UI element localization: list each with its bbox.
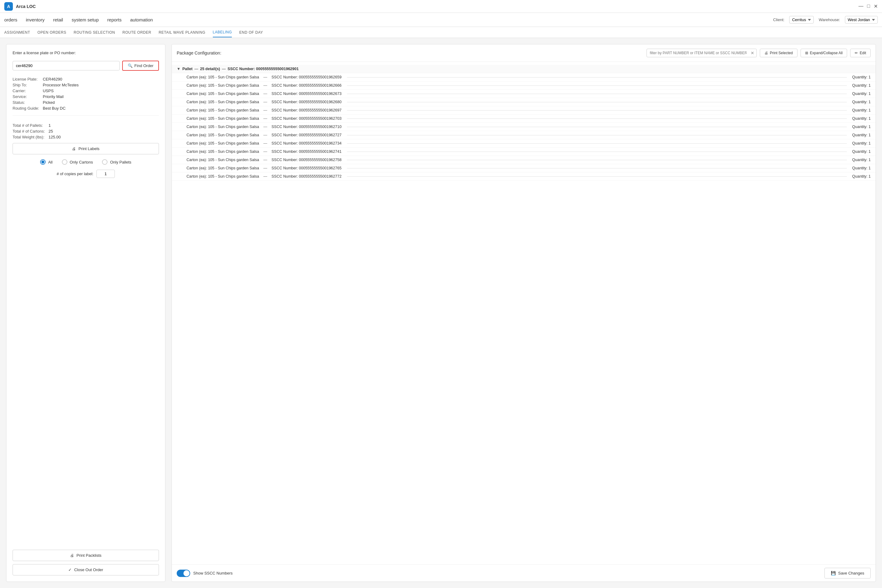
save-icon: 💾 bbox=[831, 571, 836, 576]
carton-row: Carton (ea): 105 - Sun Chips garden Sals… bbox=[172, 98, 876, 106]
carton-sscc-dash: — bbox=[263, 133, 267, 137]
nav-item-retail[interactable]: retail bbox=[53, 14, 63, 26]
radio-only-cartons[interactable]: Only Cartons bbox=[62, 159, 93, 165]
routing-guide-label: Routing Guide: bbox=[12, 106, 39, 111]
carton-desc: Carton (ea): 105 - Sun Chips garden Sals… bbox=[186, 83, 259, 88]
status-value: Picked bbox=[43, 100, 159, 105]
carton-sscc-dash: — bbox=[263, 75, 267, 80]
routing-guide-value: Best Buy DC bbox=[43, 106, 159, 111]
carton-qty: Quantity: 1 bbox=[852, 150, 871, 154]
carton-row: Carton (ea): 105 - Sun Chips garden Sals… bbox=[172, 172, 876, 181]
nav-item-automation[interactable]: automation bbox=[130, 14, 153, 26]
save-changes-button[interactable]: 💾 Save Changes bbox=[824, 568, 871, 579]
show-sscc-label: Show SSCC Numbers bbox=[193, 571, 233, 576]
radio-only-cartons-circle bbox=[62, 159, 68, 165]
collapse-icon[interactable]: ▼ bbox=[177, 67, 180, 71]
radio-only-pallets[interactable]: Only Pallets bbox=[102, 159, 131, 165]
carton-row: Carton (ea): 105 - Sun Chips garden Sals… bbox=[172, 114, 876, 123]
find-order-button[interactable]: 🔍 Find Order bbox=[122, 61, 159, 71]
expand-icon: ⊞ bbox=[805, 51, 808, 55]
carton-dash-line bbox=[347, 77, 846, 78]
nav-item-reports[interactable]: reports bbox=[107, 14, 122, 26]
pallet-sscc: SSCC Number: 00055555555001962901 bbox=[228, 67, 298, 71]
carton-row-content: Carton (ea): 105 - Sun Chips garden Sals… bbox=[177, 92, 871, 96]
copies-input[interactable] bbox=[96, 170, 115, 178]
subnav-retail-wave-planning[interactable]: RETAIL WAVE PLANNING bbox=[159, 28, 206, 37]
print-selected-button[interactable]: 🖨 Print Selected bbox=[760, 49, 798, 57]
license-plate-input[interactable] bbox=[12, 61, 120, 70]
carton-dash-line bbox=[347, 135, 846, 135]
carton-sscc-dash: — bbox=[263, 174, 267, 178]
total-pallets-label: Total # of Pallets: bbox=[12, 123, 45, 128]
edit-button[interactable]: ✏ Edit bbox=[850, 49, 871, 57]
carton-qty: Quantity: 1 bbox=[852, 108, 871, 112]
carton-row-content: Carton (ea): 105 - Sun Chips garden Sals… bbox=[177, 124, 871, 129]
minimize-icon[interactable]: — bbox=[858, 3, 863, 9]
subnav-assignment[interactable]: ASSIGNMENT bbox=[4, 28, 30, 37]
subnav-routing-selection[interactable]: ROUTING SELECTION bbox=[74, 28, 115, 37]
close-icon[interactable]: ✕ bbox=[874, 3, 878, 9]
filter-input-wrap: ✕ bbox=[646, 49, 757, 57]
order-info: License Plate: CER46290 Ship To: Process… bbox=[12, 77, 159, 111]
carton-desc: Carton (ea): 105 - Sun Chips garden Sals… bbox=[186, 92, 259, 96]
total-weight-value: 125.00 bbox=[49, 135, 159, 140]
carton-qty: Quantity: 1 bbox=[852, 92, 871, 96]
show-sscc-toggle[interactable] bbox=[177, 570, 190, 577]
carton-sscc: SSCC Number: 00055555555001962734 bbox=[272, 141, 342, 146]
carton-rows: Carton (ea): 105 - Sun Chips garden Sals… bbox=[172, 73, 876, 181]
warehouse-select[interactable]: West Jordan bbox=[845, 16, 878, 24]
package-config-header: Package Configuration: ✕ 🖨 Print Selecte… bbox=[172, 44, 876, 62]
subnav-end-of-day[interactable]: END OF DAY bbox=[239, 28, 263, 37]
app-icon: A bbox=[4, 2, 13, 11]
pallet-label: Pallet bbox=[182, 67, 192, 71]
copies-row: # of copies per label: bbox=[12, 170, 159, 178]
carton-qty: Quantity: 1 bbox=[852, 75, 871, 80]
total-cartons-value: 25 bbox=[49, 129, 159, 134]
service-label: Service: bbox=[12, 94, 39, 99]
carton-desc: Carton (ea): 105 - Sun Chips garden Sals… bbox=[186, 100, 259, 104]
carton-row-content: Carton (ea): 105 - Sun Chips garden Sals… bbox=[177, 133, 871, 137]
carton-qty: Quantity: 1 bbox=[852, 100, 871, 104]
subnav-labeling[interactable]: LABELING bbox=[213, 28, 232, 38]
carton-desc: Carton (ea): 105 - Sun Chips garden Sals… bbox=[186, 108, 259, 112]
print-packlists-button[interactable]: 🖨 Print Packlists bbox=[12, 550, 159, 561]
carton-desc: Carton (ea): 105 - Sun Chips garden Sals… bbox=[186, 158, 259, 162]
toggle-knob bbox=[183, 570, 190, 576]
client-select[interactable]: Cerritus bbox=[789, 16, 814, 24]
radio-all-circle bbox=[40, 159, 46, 165]
carton-dash-line bbox=[347, 86, 846, 86]
nav-item-system-setup[interactable]: system setup bbox=[72, 14, 99, 26]
subnav-open-orders[interactable]: OPEN ORDERS bbox=[38, 28, 66, 37]
carton-row: Carton (ea): 105 - Sun Chips garden Sals… bbox=[172, 81, 876, 90]
carton-dash-line bbox=[347, 168, 846, 168]
close-out-order-button[interactable]: ✓ Close Out Order bbox=[12, 564, 159, 576]
printer-packlists-icon: 🖨 bbox=[70, 553, 74, 558]
left-panel: Enter a license plate or PO number: 🔍 Fi… bbox=[6, 44, 165, 582]
nav-item-inventory[interactable]: inventory bbox=[26, 14, 45, 26]
carton-sscc: SSCC Number: 00055555555001962666 bbox=[272, 83, 342, 88]
carton-qty: Quantity: 1 bbox=[852, 124, 871, 129]
subnav-route-order[interactable]: ROUTE ORDER bbox=[123, 28, 151, 37]
radio-only-pallets-circle bbox=[102, 159, 108, 165]
carton-row: Carton (ea): 105 - Sun Chips garden Sals… bbox=[172, 106, 876, 114]
carton-row: Carton (ea): 105 - Sun Chips garden Sals… bbox=[172, 73, 876, 81]
carton-row: Carton (ea): 105 - Sun Chips garden Sals… bbox=[172, 140, 876, 148]
carton-qty: Quantity: 1 bbox=[852, 133, 871, 137]
filter-input[interactable] bbox=[646, 49, 757, 57]
nav-item-orders[interactable]: orders bbox=[4, 14, 18, 26]
total-cartons-label: Total # of Cartons: bbox=[12, 129, 45, 134]
print-labels-button[interactable]: 🖨 Print Labels bbox=[12, 143, 159, 154]
print-type-radio-group: All Only Cartons Only Pallets bbox=[12, 159, 159, 165]
filter-clear-icon[interactable]: ✕ bbox=[751, 51, 754, 56]
carton-dash-line bbox=[347, 176, 846, 177]
carton-row-content: Carton (ea): 105 - Sun Chips garden Sals… bbox=[177, 75, 871, 80]
expand-collapse-button[interactable]: ⊞ Expand/Collapse All bbox=[801, 49, 848, 57]
radio-all[interactable]: All bbox=[40, 159, 52, 165]
maximize-icon[interactable]: □ bbox=[867, 3, 870, 9]
carton-desc: Carton (ea): 105 - Sun Chips garden Sals… bbox=[186, 166, 259, 170]
tree-container: ▼ Pallet — 25 detail(s) — SSCC Number: 0… bbox=[172, 62, 876, 564]
carton-qty: Quantity: 1 bbox=[852, 174, 871, 178]
carton-row-content: Carton (ea): 105 - Sun Chips garden Sals… bbox=[177, 83, 871, 88]
carton-row: Carton (ea): 105 - Sun Chips garden Sals… bbox=[172, 131, 876, 140]
carton-sscc-dash: — bbox=[263, 100, 267, 104]
